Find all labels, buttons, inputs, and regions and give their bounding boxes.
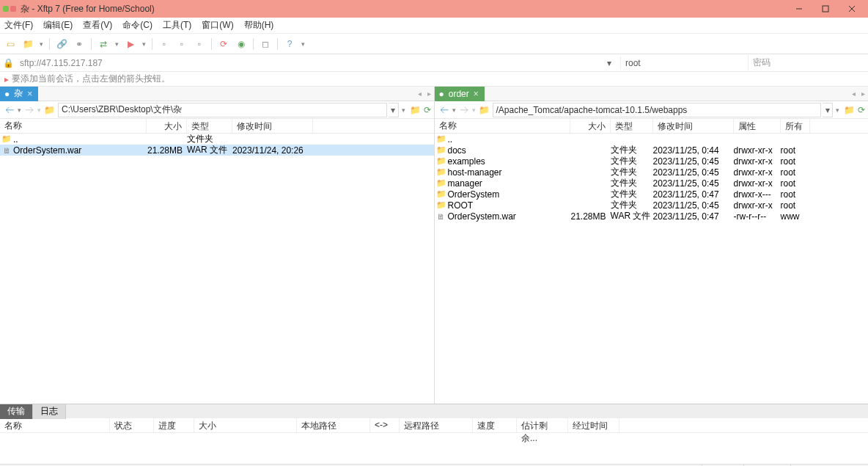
- table-row[interactable]: 📁host-manager文件夹2023/11/25, 0:45drwxr-xr…: [435, 167, 869, 178]
- green-icon[interactable]: ◉: [235, 38, 247, 50]
- folder-icon: 📁: [1, 134, 12, 144]
- tcol-eta[interactable]: 估计剩余...: [517, 418, 568, 432]
- remote-col-size[interactable]: 大小: [570, 119, 611, 133]
- table-row[interactable]: 📁manager文件夹2023/11/25, 0:45drwxr-xr-xroo…: [435, 178, 869, 189]
- play-icon[interactable]: ▶: [125, 38, 136, 50]
- remote-tab-close-icon[interactable]: ×: [474, 89, 479, 99]
- grey4-icon[interactable]: ◻: [260, 38, 271, 50]
- local-header: 名称 大小 类型 修改时间: [0, 119, 434, 134]
- local-filelist[interactable]: 📁..文件夹🗎OrderSystem.war21.28MBWAR 文件2023/…: [0, 134, 434, 404]
- file-name: OrderSystem: [448, 189, 500, 200]
- local-col-type[interactable]: 类型: [187, 119, 232, 133]
- tcol-name[interactable]: 名称: [0, 418, 110, 432]
- remote-tab-next-icon[interactable]: ▸: [858, 90, 868, 98]
- tcol-elapsed[interactable]: 经过时间: [568, 418, 619, 432]
- tcol-status[interactable]: 状态: [110, 418, 154, 432]
- local-path-input[interactable]: C:\Users\ZBR\Desktop\文件\杂: [58, 103, 387, 117]
- help-icon[interactable]: ?: [284, 38, 295, 50]
- address-dropdown-icon[interactable]: ▾: [607, 58, 617, 68]
- new-session-icon[interactable]: ▭: [4, 38, 16, 50]
- local-tab-prev-icon[interactable]: ◂: [415, 90, 424, 98]
- transfer-icon[interactable]: ⇄: [98, 38, 109, 50]
- menu-command[interactable]: 命令(C): [122, 19, 152, 32]
- remote-path-dropdown-icon[interactable]: ▾: [823, 103, 833, 117]
- grey2-icon[interactable]: ▫: [176, 38, 188, 50]
- menu-edit[interactable]: 编辑(E): [43, 19, 73, 32]
- local-tab-next-icon[interactable]: ▸: [424, 90, 434, 98]
- remote-col-time[interactable]: 修改时间: [653, 119, 734, 133]
- remote-tab-prev-icon[interactable]: ◂: [849, 90, 858, 98]
- tab-log[interactable]: 日志: [33, 404, 66, 419]
- folder-icon: 📁: [436, 178, 446, 188]
- remote-col-type[interactable]: 类型: [611, 119, 653, 133]
- remote-path-input[interactable]: /Apache_Tomcat/apache-tomcat-10.1.5/weba…: [493, 103, 822, 117]
- file-name: ..: [448, 134, 453, 145]
- local-tab-close-icon[interactable]: ×: [27, 89, 32, 99]
- local-forward-icon[interactable]: 🡢: [23, 103, 36, 117]
- local-bookmark-icon[interactable]: 📁: [410, 105, 421, 115]
- username-input[interactable]: root: [620, 57, 745, 70]
- sync-icon[interactable]: ⟳: [218, 38, 229, 50]
- remote-col-attr[interactable]: 属性: [734, 119, 781, 133]
- svg-rect-1: [823, 6, 828, 12]
- remote-forward-icon[interactable]: 🡢: [457, 103, 471, 117]
- file-time: 2023/11/25, 0:45: [653, 178, 734, 189]
- titlebar: 杂 - Xftp 7 (Free for Home/School): [0, 0, 868, 18]
- tcol-progress[interactable]: 进度: [154, 418, 194, 432]
- folder-icon: 📁: [436, 134, 446, 144]
- unlink-icon[interactable]: ⚭: [73, 38, 85, 50]
- local-col-size[interactable]: 大小: [147, 119, 187, 133]
- tcol-direction[interactable]: <->: [370, 418, 400, 432]
- local-col-time[interactable]: 修改时间: [232, 119, 313, 133]
- local-back-icon[interactable]: 🡠: [3, 103, 16, 117]
- local-col-name[interactable]: 名称: [0, 119, 147, 133]
- file-time: 2023/11/25, 0:47: [653, 211, 734, 222]
- file-owner: root: [781, 145, 810, 156]
- remote-refresh-icon[interactable]: ⟳: [858, 105, 865, 115]
- remote-col-owner[interactable]: 所有者: [781, 119, 810, 133]
- grey3-icon[interactable]: ▫: [194, 38, 205, 50]
- minimize-button[interactable]: [786, 0, 812, 18]
- table-row[interactable]: 📁docs文件夹2023/11/25, 0:44drwxr-xr-xroot: [435, 145, 869, 156]
- tab-transfer[interactable]: 传输: [0, 404, 33, 419]
- table-row[interactable]: 📁..文件夹: [0, 134, 434, 145]
- tcol-speed[interactable]: 速度: [473, 418, 517, 432]
- file-icon: 🗎: [436, 212, 446, 221]
- menu-view[interactable]: 查看(V): [83, 19, 112, 32]
- local-tab-label: 杂: [14, 87, 23, 100]
- address-input[interactable]: sftp://47.115.217.187: [17, 57, 604, 70]
- local-path-dropdown-icon[interactable]: ▾: [389, 103, 399, 117]
- maximize-button[interactable]: [812, 0, 839, 18]
- open-icon[interactable]: 📁: [22, 38, 34, 50]
- grey1-icon[interactable]: ▫: [158, 38, 170, 50]
- remote-bookmark-icon[interactable]: 📁: [844, 105, 855, 115]
- table-row[interactable]: 🗎OrderSystem.war21.28MBWAR 文件2023/11/24,…: [0, 145, 434, 156]
- file-type: WAR 文件: [187, 144, 232, 156]
- table-row[interactable]: 📁ROOT文件夹2023/11/25, 0:45drwxr-xr-xroot: [435, 200, 869, 211]
- remote-filelist[interactable]: 📁..📁docs文件夹2023/11/25, 0:44drwxr-xr-xroo…: [435, 134, 869, 404]
- menu-tools[interactable]: 工具(T): [163, 19, 191, 32]
- tcol-localpath[interactable]: 本地路径: [297, 418, 370, 432]
- folder-icon: 📁: [436, 167, 446, 177]
- menu-file[interactable]: 文件(F): [4, 19, 33, 32]
- menu-window[interactable]: 窗口(W): [202, 19, 233, 32]
- lock-icon: 🔒: [3, 58, 14, 68]
- tcol-remotepath[interactable]: 远程路径: [400, 418, 473, 432]
- remote-col-name[interactable]: 名称: [435, 119, 570, 133]
- link-icon[interactable]: 🔗: [56, 38, 67, 50]
- file-name: OrderSystem.war: [448, 211, 516, 222]
- remote-back-icon[interactable]: 🡠: [438, 103, 451, 117]
- remote-tab[interactable]: ● order ×: [435, 87, 485, 101]
- password-input[interactable]: 密码: [748, 55, 865, 70]
- file-attr: drwxr-xr-x: [734, 156, 781, 167]
- local-refresh-icon[interactable]: ⟳: [424, 105, 431, 115]
- tcol-size[interactable]: 大小: [194, 418, 297, 432]
- local-tab[interactable]: ● 杂 ×: [0, 87, 38, 101]
- close-button[interactable]: [839, 0, 865, 18]
- table-row[interactable]: 📁..: [435, 134, 869, 145]
- folder-icon: 📁: [436, 189, 446, 199]
- table-row[interactable]: 🗎OrderSystem.war21.28MBWAR 文件2023/11/25,…: [435, 211, 869, 222]
- menu-help[interactable]: 帮助(H): [244, 19, 274, 32]
- table-row[interactable]: 📁examples文件夹2023/11/25, 0:45drwxr-xr-xro…: [435, 156, 869, 167]
- table-row[interactable]: 📁OrderSystem文件夹2023/11/25, 0:47drwxr-x--…: [435, 189, 869, 200]
